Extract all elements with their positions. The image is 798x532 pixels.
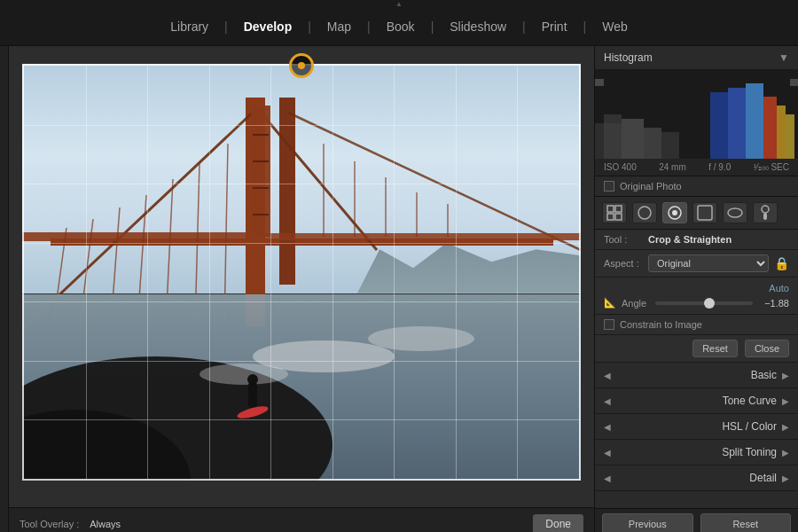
exif-iso: ISO 400 [604,162,637,172]
done-button[interactable]: Done [533,514,583,533]
exif-shutter: ¹⁄₂₀₀ SEC [754,162,789,172]
angle-slider-thumb[interactable] [704,298,715,309]
aspect-dropdown[interactable]: Original Custom 1:1 4:5 8.5:11 5:7 [648,254,769,272]
nav-web[interactable]: Web [586,7,644,46]
photo-wrapper [22,64,581,481]
crop-grid-border [22,64,581,481]
svg-rect-43 [595,79,604,86]
adjustment-brush-tool[interactable] [753,202,778,223]
basic-label: Basic [616,369,777,381]
tool-label-row: Tool : Crop & Straighten [595,230,798,250]
tone-curve-right-arrow: ▶ [782,396,789,406]
svg-point-54 [762,206,769,213]
tone-curve-label: Tone Curve [616,395,777,407]
main-area: Tool Overlay : Always Done Histogram ▼ [0,46,798,532]
svg-point-51 [672,210,677,215]
detail-left-arrow: ◀ [604,473,611,483]
grid-v-7 [456,66,457,479]
section-basic[interactable]: ◀ Basic ▶ [595,363,798,388]
angle-value: −1.88 [758,298,789,309]
section-tone-curve[interactable]: ◀ Tone Curve ▶ [595,388,798,414]
svg-rect-45 [607,206,614,212]
bottom-status-bar: Tool Overlay : Always Done [9,507,594,532]
tool-label-key: Tool : [604,234,648,245]
exif-aperture: f / 9.0 [708,162,731,172]
nav-library[interactable]: Library [154,7,224,46]
grid-v-3 [209,66,210,479]
previous-button[interactable]: Previous [602,513,693,532]
reset-button[interactable]: Reset [692,340,738,357]
angle-label: Angle [622,298,646,309]
section-hsl-color[interactable]: ◀ HSL / Color ▶ [595,414,798,440]
grid-h-3 [24,243,579,244]
image-area [9,46,594,507]
hsl-left-arrow: ◀ [604,422,611,432]
svg-rect-33 [604,114,622,159]
rotation-handle[interactable] [289,53,314,78]
histogram-collapse-arrow[interactable]: ▼ [778,51,789,64]
split-toning-right-arrow: ▶ [782,448,789,458]
tool-overlay-label: Tool Overlay : [20,519,79,529]
split-toning-label: Split Toning [616,446,777,458]
svg-rect-35 [644,128,661,159]
grid-h-6 [24,419,579,420]
right-panel: Histogram ▼ [594,46,798,532]
basic-left-arrow: ◀ [604,371,611,380]
original-photo-row: Original Photo [595,176,798,197]
center-panel: Tool Overlay : Always Done [9,46,594,532]
split-toning-left-arrow: ◀ [604,448,611,458]
grid-v-8 [517,66,518,479]
lock-icon[interactable]: 🔒 [774,256,789,270]
nav-slideshow[interactable]: Slideshow [434,7,522,46]
nav-develop[interactable]: Develop [228,7,308,46]
histogram-svg [595,79,798,159]
svg-rect-39 [746,83,763,159]
histogram-box [595,70,798,159]
crop-tool-grid[interactable] [602,202,627,223]
auto-link[interactable]: Auto [769,283,789,293]
grid-v-5 [332,66,333,479]
svg-rect-48 [615,214,622,220]
crop-straighten-tool[interactable] [662,202,687,223]
constrain-row: Constrain to Image [595,315,798,335]
grid-v-6 [394,66,395,479]
nav-map[interactable]: Map [311,7,367,46]
svg-rect-41 [777,106,786,159]
tool-strip [595,197,798,230]
nav-book[interactable]: Book [371,7,431,46]
grid-h-5 [24,361,579,362]
tone-curve-left-arrow: ◀ [604,396,611,406]
svg-point-53 [728,208,742,217]
reset-all-button[interactable]: Reset [700,513,792,532]
nav-print[interactable]: Print [526,7,583,46]
constrain-checkbox[interactable] [604,319,614,330]
spot-removal-tool[interactable] [632,202,657,223]
svg-rect-47 [607,214,614,220]
angle-auto-row: Auto [604,283,789,293]
constrain-label: Constrain to Image [620,319,702,330]
aspect-key: Aspect : [604,258,648,269]
graduated-filter-tool[interactable] [692,202,717,223]
angle-section: Auto 📐 Angle −1.88 [595,278,798,315]
exif-bar: ISO 400 24 mm f / 9.0 ¹⁄₂₀₀ SEC [595,159,798,176]
original-photo-checkbox[interactable] [604,181,614,192]
histogram-header: Histogram ▼ [595,46,798,70]
tool-overlay-value[interactable]: Always [90,519,121,529]
svg-rect-46 [615,206,622,212]
grid-h-1 [24,125,579,126]
rotation-handle-inner [298,62,305,69]
detail-right-arrow: ▶ [782,473,789,483]
histogram-title: Histogram [604,51,653,64]
tool-label-val: Crop & Straighten [648,234,732,245]
exif-focal: 24 mm [659,162,686,172]
crop-grid-lines [24,66,579,479]
left-panel [0,46,9,532]
section-detail[interactable]: ◀ Detail ▶ [595,466,798,491]
radial-filter-tool[interactable] [723,202,747,223]
svg-rect-34 [622,119,644,159]
close-button[interactable]: Close [745,340,789,357]
detail-label: Detail [616,472,777,484]
svg-rect-38 [728,88,746,159]
section-split-toning[interactable]: ◀ Split Toning ▶ [595,440,798,466]
svg-rect-55 [763,213,767,220]
